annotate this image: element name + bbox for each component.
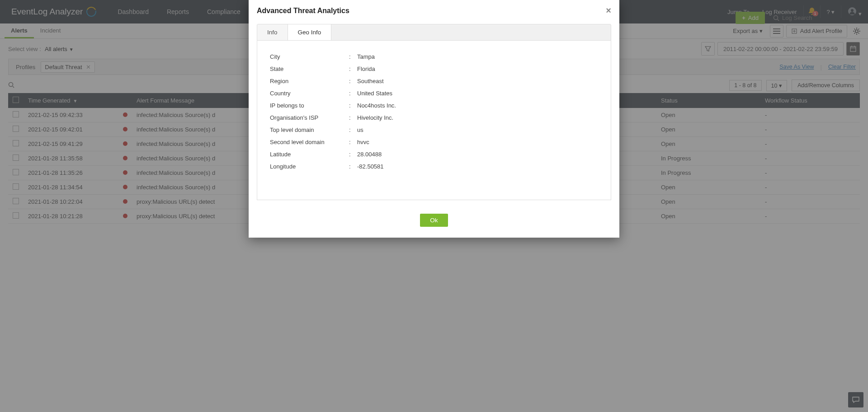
geo-info-row: State:Florida [270, 63, 598, 75]
geo-value: United States [357, 90, 598, 97]
geo-value: Southeast [357, 78, 598, 84]
modal-tab-info[interactable]: Info [257, 24, 288, 40]
geo-info-row: IP belongs to:Noc4hosts Inc. [270, 99, 598, 112]
threat-analytics-modal: Advanced Threat Analytics × Info Geo Inf… [249, 0, 619, 238]
geo-info-row: Country:United States [270, 87, 598, 99]
geo-value: Tampa [357, 53, 598, 60]
geo-key: Country [270, 90, 349, 97]
ok-button[interactable]: Ok [420, 214, 448, 227]
geo-value: Noc4hosts Inc. [357, 102, 598, 109]
modal-title: Advanced Threat Analytics [257, 7, 349, 15]
modal-tabs: Info Geo Info [257, 24, 611, 41]
modal-close-button[interactable]: × [606, 5, 611, 16]
geo-info-row: City:Tampa [270, 51, 598, 63]
geo-key: Latitude [270, 151, 349, 158]
geo-key: Region [270, 78, 349, 84]
geo-key: Organisation's ISP [270, 114, 349, 121]
geo-info-row: Region:Southeast [270, 75, 598, 87]
geo-info-row: Organisation's ISP:Hivelocity Inc. [270, 112, 598, 124]
geo-info-row: Longitude:-82.50581 [270, 160, 598, 173]
geo-value: Hivelocity Inc. [357, 114, 598, 121]
geo-key: Longitude [270, 163, 349, 170]
geo-key: City [270, 53, 349, 60]
geo-key: Second level domain [270, 139, 349, 145]
geo-value: -82.50581 [357, 163, 598, 170]
modal-tab-geo-info[interactable]: Geo Info [288, 24, 332, 40]
geo-key: Top level domain [270, 126, 349, 133]
geo-value: us [357, 126, 598, 133]
geo-info-row: Second level domain:hvvc [270, 136, 598, 148]
geo-value: 28.00488 [357, 151, 598, 158]
geo-key: State [270, 66, 349, 72]
geo-value: hvvc [357, 139, 598, 145]
geo-value: Florida [357, 66, 598, 72]
modal-overlay: Advanced Threat Analytics × Info Geo Inf… [0, 0, 868, 412]
geo-info-row: Top level domain:us [270, 124, 598, 136]
geo-info-panel: City:TampaState:FloridaRegion:SoutheastC… [257, 41, 611, 200]
geo-key: IP belongs to [270, 102, 349, 109]
geo-info-row: Latitude:28.00488 [270, 148, 598, 160]
